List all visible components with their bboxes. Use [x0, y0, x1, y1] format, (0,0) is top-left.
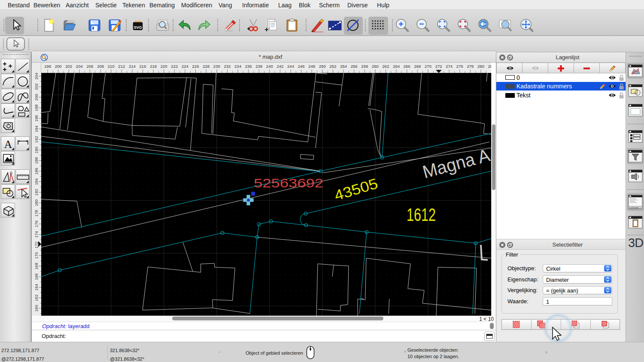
- svg-text:160: 160: [34, 305, 39, 312]
- svg-text:214: 214: [129, 64, 136, 69]
- svg-text:238: 238: [255, 64, 262, 69]
- svg-text:282: 282: [488, 64, 491, 69]
- svg-text:184: 184: [34, 178, 39, 185]
- svg-text:176: 176: [34, 220, 39, 227]
- svg-text:246: 246: [298, 64, 305, 69]
- svg-text:262: 262: [383, 64, 389, 69]
- svg-text:254: 254: [340, 64, 347, 69]
- svg-text:258: 258: [361, 64, 368, 69]
- svg-text:244: 244: [287, 64, 294, 69]
- svg-text:234: 234: [234, 64, 241, 69]
- svg-text:166: 166: [34, 273, 39, 280]
- svg-text:224: 224: [182, 64, 188, 69]
- svg-text:190: 190: [34, 147, 39, 154]
- svg-text:198: 198: [44, 64, 51, 69]
- svg-text:202: 202: [65, 64, 72, 69]
- svg-text:200: 200: [55, 64, 62, 69]
- svg-text:164: 164: [34, 284, 39, 291]
- svg-text:168: 168: [34, 263, 39, 270]
- svg-text:270: 270: [425, 64, 431, 69]
- svg-text:200: 200: [34, 94, 39, 101]
- svg-text:222: 222: [171, 64, 178, 69]
- svg-text:242: 242: [276, 64, 283, 69]
- svg-text:180: 180: [34, 199, 39, 206]
- svg-text:182: 182: [34, 189, 39, 196]
- svg-text:162: 162: [34, 294, 39, 301]
- svg-text:216: 216: [140, 64, 146, 69]
- svg-text:SVG: SVG: [134, 25, 142, 30]
- svg-text:230: 230: [213, 64, 220, 69]
- svg-text:170: 170: [34, 252, 39, 259]
- svg-text:174: 174: [34, 231, 39, 238]
- svg-text:276: 276: [456, 64, 463, 69]
- svg-text:260: 260: [372, 64, 379, 69]
- svg-text:220: 220: [161, 64, 167, 69]
- svg-text:268: 268: [414, 64, 421, 69]
- svg-text:236: 236: [245, 64, 252, 69]
- svg-text:202: 202: [34, 83, 39, 90]
- svg-text:A: A: [4, 138, 12, 151]
- svg-text:232: 232: [224, 64, 231, 69]
- svg-text:264: 264: [393, 64, 400, 69]
- svg-text:272: 272: [435, 64, 442, 69]
- svg-text:204: 204: [34, 73, 39, 79]
- svg-text:188: 188: [34, 157, 39, 164]
- svg-text:266: 266: [404, 64, 410, 69]
- svg-text:256: 256: [351, 64, 358, 69]
- svg-text:206: 206: [86, 64, 93, 69]
- svg-text:204: 204: [76, 64, 83, 69]
- svg-text:186: 186: [34, 168, 39, 175]
- svg-text:218: 218: [150, 64, 157, 69]
- svg-text:252: 252: [330, 64, 337, 69]
- svg-text:192: 192: [34, 136, 39, 143]
- svg-text:226: 226: [192, 64, 199, 69]
- svg-text:278: 278: [467, 64, 474, 69]
- svg-text:208: 208: [97, 64, 104, 69]
- svg-text:274: 274: [446, 64, 453, 69]
- svg-text:210: 210: [108, 64, 115, 69]
- svg-text:248: 248: [308, 64, 315, 69]
- svg-text:172: 172: [34, 241, 39, 248]
- svg-text:212: 212: [118, 64, 125, 69]
- svg-text:198: 198: [34, 104, 39, 111]
- svg-text:178: 178: [34, 210, 39, 217]
- svg-text:52563692: 52563692: [254, 176, 323, 190]
- svg-text:250: 250: [319, 64, 326, 69]
- svg-text:280: 280: [477, 64, 484, 69]
- svg-text:196: 196: [34, 115, 39, 122]
- svg-text:command: command: [630, 207, 639, 209]
- svg-text:228: 228: [203, 64, 210, 69]
- svg-text:1612: 1612: [407, 204, 436, 225]
- svg-text:240: 240: [266, 64, 273, 69]
- svg-text:194: 194: [34, 126, 39, 133]
